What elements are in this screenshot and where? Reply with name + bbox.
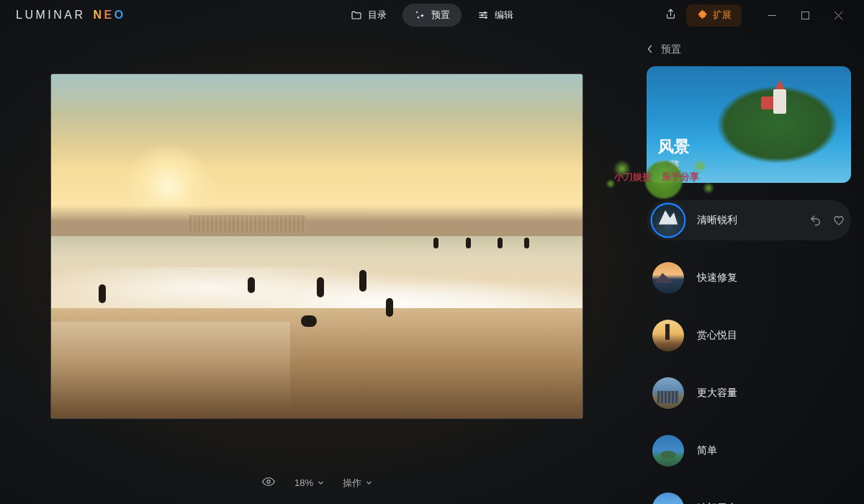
undo-icon[interactable] [809,214,822,227]
eye-icon [261,474,276,491]
preset-label: 简单 [697,444,717,457]
tab-edit[interactable]: 编辑 [466,4,525,27]
maximize-icon [801,12,809,19]
tab-catalog-label: 目录 [368,9,387,22]
heart-icon[interactable] [832,214,845,227]
preset-item[interactable]: 简单 [647,431,851,471]
tab-edit-label: 编辑 [495,9,513,22]
preset-thumbnail [652,377,684,409]
preset-item[interactable]: 赏心悦目 [647,315,851,356]
logo-text-b: NEO [94,9,126,22]
preset-thumbnail [652,204,684,236]
preset-thumbnail [652,492,684,504]
extensions-button[interactable]: 扩展 [686,4,742,27]
collection-subtitle: 收藏 [658,159,690,173]
presets-back[interactable]: 预置 [647,43,851,56]
zoom-dropdown[interactable]: 18% [294,477,324,488]
collection-title: 风景 [658,136,690,158]
compare-toggle[interactable] [261,474,276,491]
chevron-left-icon [647,44,654,56]
window-minimize-button[interactable] [756,4,788,26]
tab-presets[interactable]: 预置 [402,4,462,27]
preset-label: 清晰锐利 [697,214,737,227]
zoom-value: 18% [294,477,313,488]
svg-point-0 [485,12,486,14]
extensions-label: 扩展 [713,9,732,22]
svg-rect-3 [801,12,809,19]
photo-preview[interactable] [50,73,583,419]
window-close-button[interactable] [822,4,854,26]
preset-thumbnail [652,320,684,351]
window-controls [756,4,854,26]
share-button[interactable] [659,4,682,27]
window-maximize-button[interactable] [789,4,821,26]
sliders-icon [477,9,489,21]
tab-presets-label: 预置 [431,9,450,22]
preset-list: 清晰锐利 快速修复 赏心悦目 更大容量 简单 [647,200,851,504]
sparkle-icon [414,9,426,21]
actions-dropdown[interactable]: 操作 [343,477,372,490]
svg-point-1 [482,14,483,16]
chevron-down-icon [318,477,324,488]
preset-item[interactable]: 晴朗天空 [647,488,851,504]
close-icon [834,12,842,19]
actions-label: 操作 [343,477,361,490]
preset-item[interactable]: 清晰锐利 [647,200,851,240]
preset-thumbnail [652,435,684,467]
puzzle-icon [696,9,708,22]
preset-item[interactable]: 快速修复 [647,258,851,298]
title-bar: LUMINAR NEO 目录 预置 编辑 [0,0,864,30]
chevron-down-icon [366,477,372,488]
minimize-icon [768,12,776,19]
presets-panel: 预置 风景 收藏 清晰锐利 快速修复 [634,30,864,504]
preset-label: 赏心悦目 [697,329,737,342]
tab-catalog[interactable]: 目录 [339,4,398,27]
svg-point-4 [267,480,270,483]
preset-item[interactable]: 更大容量 [647,373,851,413]
svg-point-2 [485,17,487,18]
preset-label: 更大容量 [697,387,737,400]
preset-label: 快速修复 [697,271,737,284]
mode-tabs: 目录 预置 编辑 [339,4,525,27]
folder-icon [351,9,362,21]
logo-text-a: LUMINAR [16,9,86,22]
canvas-stage: 18% 操作 [0,30,634,504]
share-icon [665,8,677,23]
bottom-toolbar: 18% 操作 [261,474,372,491]
app-logo: LUMINAR NEO [16,9,126,22]
breadcrumb-label: 预置 [661,43,681,56]
preset-collection-hero[interactable]: 风景 收藏 [647,66,851,183]
preset-thumbnail [652,262,684,294]
